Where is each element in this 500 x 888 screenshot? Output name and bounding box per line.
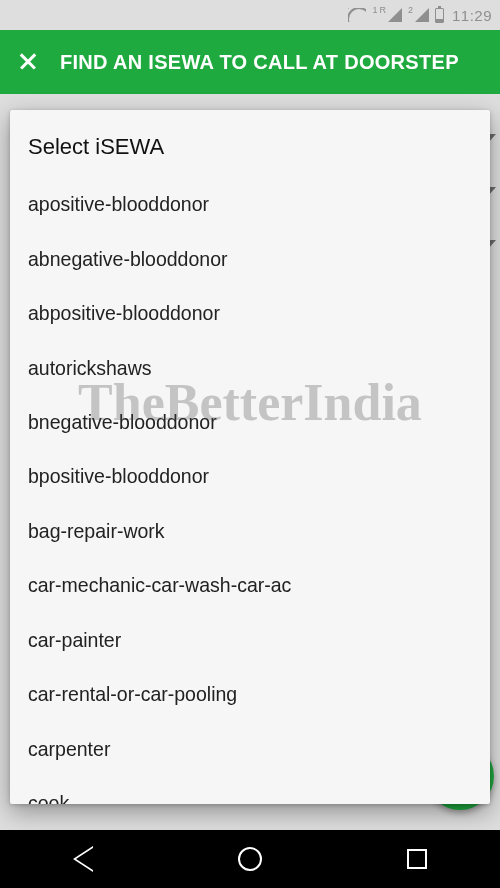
sim1-label: 1 [372, 5, 377, 15]
dropdown-item[interactable]: bpositive-blooddonor [10, 449, 490, 503]
dropdown-item[interactable]: abpositive-blooddonor [10, 286, 490, 340]
system-nav-bar [0, 830, 500, 888]
nav-home-button[interactable] [234, 843, 266, 875]
sim2-label: 2 [408, 5, 413, 15]
dropdown-item[interactable]: carpenter [10, 722, 490, 776]
dropdown-header[interactable]: Select iSEWA [10, 122, 490, 177]
dropdown-item[interactable]: car-painter [10, 613, 490, 667]
signal-2-icon [415, 8, 429, 22]
screen: 1 R 2 11:29 FIND AN ISEWA TO CALL AT DOO… [0, 0, 500, 888]
wifi-icon [348, 8, 366, 22]
nav-back-button[interactable] [67, 843, 99, 875]
square-recent-icon [407, 849, 427, 869]
nav-recent-button[interactable] [401, 843, 433, 875]
dropdown-item[interactable]: bag-repair-work [10, 504, 490, 558]
dropdown-item[interactable]: car-mechanic-car-wash-car-ac [10, 558, 490, 612]
dropdown-item[interactable]: cook [10, 776, 490, 804]
triangle-back-icon [73, 846, 93, 872]
dropdown-item[interactable]: apositive-blooddonor [10, 177, 490, 231]
app-bar: FIND AN ISEWA TO CALL AT DOORSTEP [0, 30, 500, 94]
dropdown-item[interactable]: abnegative-blooddonor [10, 232, 490, 286]
dropdown-item[interactable]: autorickshaws [10, 341, 490, 395]
dropdown-item[interactable]: car-rental-or-car-pooling [10, 667, 490, 721]
status-bar: 1 R 2 11:29 [0, 0, 500, 30]
battery-icon [435, 8, 444, 23]
select-isewa-dropdown[interactable]: Select iSEWA apositive-blooddonorabnegat… [10, 110, 490, 804]
dropdown-item[interactable]: bnegative-blooddonor [10, 395, 490, 449]
close-icon[interactable] [16, 50, 40, 74]
clock-label: 11:29 [452, 7, 492, 24]
circle-home-icon [238, 847, 262, 871]
sim1-roaming-label: R [379, 5, 386, 15]
page-title: FIND AN ISEWA TO CALL AT DOORSTEP [60, 51, 459, 74]
signal-1-icon [388, 8, 402, 22]
